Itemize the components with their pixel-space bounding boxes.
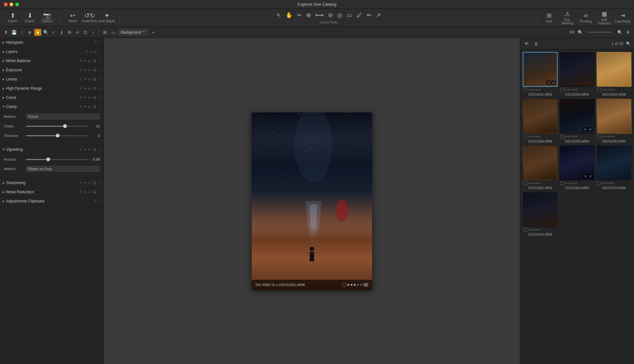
minimize-button[interactable]: [10, 3, 13, 6]
structure-slider-thumb[interactable]: [56, 134, 60, 137]
nav-dot-4[interactable]: [357, 284, 359, 286]
thumbnail-checkbox-DSC01062[interactable]: [523, 181, 527, 185]
layer-dropdown[interactable]: Background ⌃: [118, 29, 148, 35]
nr-help[interactable]: ?: [80, 190, 82, 194]
layers-undo[interactable]: ↩: [94, 50, 96, 54]
panel-icon-import[interactable]: ⬆: [3, 29, 10, 36]
grid-button[interactable]: ⊞ Grid: [540, 10, 558, 26]
vignetting-list[interactable]: ☰: [93, 148, 96, 152]
curve-list[interactable]: ☰: [93, 96, 96, 100]
curve-header[interactable]: ▶ Curve ? ✏ ↩ ☰ ···: [0, 93, 104, 102]
lvl-undo[interactable]: ↩: [88, 77, 91, 81]
thumbnail-checkbox-DSC01058[interactable]: [560, 135, 564, 138]
view-grid-icon[interactable]: ⊞: [101, 29, 108, 36]
vignetting-method-select[interactable]: Elliptic on Crop Circular Linear: [26, 166, 100, 172]
vignetting-help[interactable]: ?: [80, 148, 82, 151]
panel-icon-badge[interactable]: ⊕: [26, 29, 33, 36]
wb-help[interactable]: ?: [80, 59, 82, 63]
shp-undo[interactable]: ↩: [88, 181, 91, 185]
cursor-tool-flip[interactable]: ⟷: [314, 10, 325, 20]
hdr-edit[interactable]: ✏: [84, 86, 87, 91]
noise-reduction-header[interactable]: ▶ Noise Reduction ? ✏ ↩ ☰ ···: [0, 188, 104, 196]
hdr-list[interactable]: ☰: [93, 86, 96, 91]
thumbnail-item-DSC01070[interactable]: DSC01070.ARW: [597, 145, 631, 190]
panel-icon-crop[interactable]: ⊡: [82, 29, 89, 36]
view-rect-icon[interactable]: ▭: [110, 29, 117, 36]
thumbnail-checkbox-DSC01041[interactable]: [523, 88, 527, 92]
loupe-icon[interactable]: 🔍: [616, 29, 623, 36]
panel-icon-filter[interactable]: ≡: [74, 29, 81, 36]
wb-edit[interactable]: ✏: [84, 59, 87, 63]
cursor-tool-healing[interactable]: ↗: [375, 10, 382, 20]
shp-list[interactable]: ☰: [93, 181, 96, 185]
rp-search[interactable]: 🔍: [625, 41, 631, 47]
ac-more[interactable]: ···: [98, 199, 101, 203]
thumbnail-checkbox-DSC01056[interactable]: [523, 135, 527, 138]
thumbnail-item-DSC01064[interactable]: ⚙⊞DSC01064.ARW: [560, 145, 594, 190]
nav-grid[interactable]: ⊞: [363, 283, 368, 287]
clarity-list[interactable]: ☰: [93, 105, 96, 109]
cursor-tool-brush[interactable]: 🖊: [355, 11, 364, 20]
nav-dot-2[interactable]: [351, 284, 353, 286]
undo-redo-button[interactable]: ↺↻ Undo/Redo: [81, 10, 98, 26]
vignetting-header[interactable]: ▶ Vignetting ? ✏ ↩ ☰ ···: [0, 145, 104, 154]
panel-icon-settings[interactable]: ⚙: [66, 29, 73, 36]
thumbnail-item-DSC01056[interactable]: DSC01056.ARW: [523, 99, 558, 143]
thumbnail-item-DSC01041[interactable]: ⚙⊞DSC01041.ARW: [523, 52, 558, 97]
close-button[interactable]: [4, 3, 8, 6]
panel-icon-star[interactable]: ★: [34, 29, 41, 36]
zoom-slider[interactable]: [586, 32, 611, 33]
curve-edit[interactable]: ✏: [84, 96, 87, 100]
histogram-header[interactable]: ▶ Histogram ? ···: [0, 38, 104, 47]
clarity-edit[interactable]: ✏: [84, 105, 87, 109]
exp-warning-button[interactable]: ⚠ Exp. Warning: [559, 10, 576, 26]
lvl-edit[interactable]: ✏: [84, 77, 87, 81]
nr-edit[interactable]: ✏: [84, 190, 87, 194]
add-layer-icon[interactable]: +: [150, 29, 157, 36]
panel-icon-search[interactable]: 🔍: [42, 29, 49, 36]
cursor-tool-straighten[interactable]: ▭: [346, 10, 353, 20]
hdr-help[interactable]: ?: [80, 86, 82, 90]
adjustments-clipboard-header[interactable]: ▶ Adjustments Clipboard ? ···: [0, 197, 104, 206]
sharpening-header[interactable]: ▶ Sharpening ? ✏ ↩ ☰ ···: [0, 178, 104, 187]
proofing-button[interactable]: ∞ Proofing: [577, 10, 595, 26]
cursor-tool-pointer[interactable]: ↖: [275, 10, 282, 20]
clarity-slider-thumb[interactable]: [63, 124, 67, 128]
export-button[interactable]: ⬇ Export: [22, 10, 38, 26]
thumbnail-item-DSC01043[interactable]: DSC01043.ARW: [560, 52, 594, 97]
exp-edit[interactable]: ✏: [84, 68, 87, 72]
nr-list[interactable]: ☰: [93, 190, 96, 194]
exp-list[interactable]: ☰: [93, 68, 96, 72]
copy-apply-button[interactable]: ⇥ Copy/Apply: [614, 10, 631, 26]
reset-button[interactable]: ↩ Reset: [64, 10, 81, 26]
thumbnail-checkbox-DSC01070[interactable]: [597, 181, 601, 185]
shp-more[interactable]: ···: [98, 181, 101, 185]
clarity-more[interactable]: ···: [98, 105, 101, 109]
thumbnail-checkbox-DSC01043[interactable]: [560, 88, 564, 92]
nav-dot-5[interactable]: [360, 284, 362, 286]
histogram-more[interactable]: ···: [98, 41, 101, 44]
wb-undo[interactable]: ↩: [88, 59, 91, 63]
curve-undo[interactable]: ↩: [88, 96, 91, 100]
thumbnail-item-DSC01062[interactable]: DSC01062.ARW: [523, 145, 558, 190]
clarity-slider-track[interactable]: [26, 126, 89, 127]
shp-edit[interactable]: ✏: [84, 181, 87, 185]
window-controls[interactable]: [4, 3, 19, 6]
clarity-method-select[interactable]: Punch Natural Clarity: [26, 114, 100, 119]
nr-undo[interactable]: ↩: [88, 190, 91, 194]
cursor-tool-eraser[interactable]: ✏: [366, 10, 373, 20]
import-button[interactable]: ⬆ Import: [4, 10, 21, 26]
vignetting-amount-track[interactable]: [26, 159, 89, 160]
ac-help[interactable]: ?: [94, 199, 96, 203]
structure-slider-track[interactable]: [26, 135, 89, 136]
rp-icon-pause[interactable]: ⏸: [532, 40, 540, 48]
hdr-undo[interactable]: ↩: [88, 86, 91, 91]
lvl-help[interactable]: ?: [80, 77, 82, 81]
panel-icon-circle[interactable]: ○: [18, 29, 25, 36]
shp-help[interactable]: ?: [80, 181, 82, 185]
vignetting-more[interactable]: ···: [98, 148, 101, 151]
capture-button[interactable]: 📷 Capture: [39, 10, 55, 26]
panel-icon-check[interactable]: ✓: [50, 29, 57, 36]
wb-list[interactable]: ☰: [93, 59, 96, 63]
lvl-list[interactable]: ☰: [93, 77, 96, 81]
